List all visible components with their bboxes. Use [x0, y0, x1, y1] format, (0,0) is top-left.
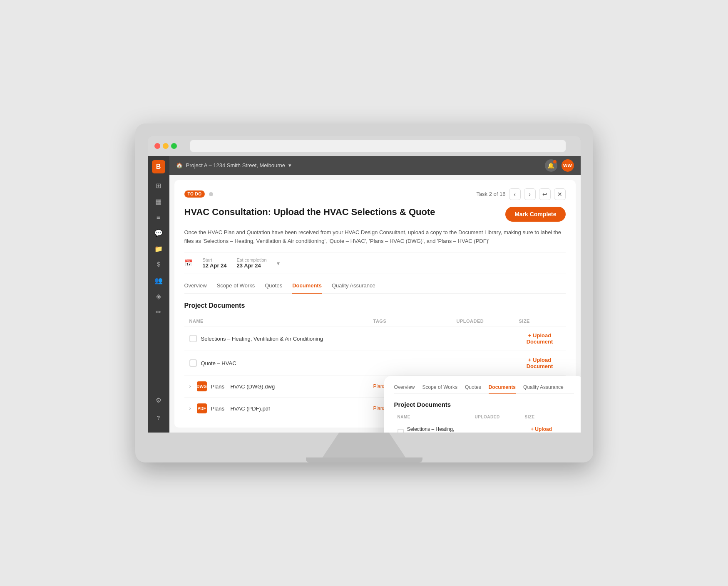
sidebar-item-layers[interactable]: ◈	[151, 289, 166, 304]
start-value: 12 Apr 24	[203, 262, 227, 269]
zoomed-section-title: Project Documents	[394, 401, 574, 408]
calendar-icon: ▦	[155, 198, 162, 205]
status-dot	[209, 192, 213, 196]
doc-checkbox[interactable]	[189, 335, 197, 342]
browser-body: B ⊞ ▦ ≡ 💬 📁	[148, 156, 581, 433]
sidebar-nav: ⊞ ▦ ≡ 💬 📁 ＄	[148, 178, 169, 391]
dollar-icon: ＄	[155, 260, 162, 269]
minimize-button[interactable]	[163, 143, 169, 149]
mark-complete-button[interactable]: Mark Complete	[505, 207, 565, 222]
sidebar-bottom: ⚙ ?	[151, 393, 166, 428]
zoomed-tab-scope-of-works[interactable]: Scope of Works	[422, 384, 457, 394]
sidebar-item-help[interactable]: ?	[151, 410, 166, 425]
notification-button[interactable]: 🔔	[545, 159, 557, 172]
sidebar-item-grid[interactable]: ⊞	[151, 178, 166, 193]
list-icon: ≡	[157, 214, 160, 221]
folder-icon: 📁	[154, 245, 163, 253]
task-header-row: TO DO Task 2 of 16 ‹ › ↩ ✕	[184, 188, 566, 200]
topbar-right: 🔔 WW	[545, 159, 574, 172]
prev-task-button[interactable]: ‹	[509, 188, 521, 200]
sidebar-item-list[interactable]: ≡	[151, 210, 166, 225]
expand-dates-button[interactable]: ▾	[277, 260, 280, 267]
task-title: HVAC Consultation: Upload the HVAC Selec…	[184, 207, 435, 218]
monitor-stand	[323, 433, 406, 457]
sidebar-item-calendar[interactable]: ▦	[151, 194, 166, 209]
completion-value: 23 Apr 24	[237, 262, 267, 269]
col-name: NAME	[189, 319, 373, 324]
calendar-icon: 📅	[184, 259, 193, 267]
sidebar-item-chat[interactable]: 💬	[151, 226, 166, 241]
task-panel: TO DO Task 2 of 16 ‹ › ↩ ✕ HVA	[174, 180, 576, 428]
sidebar-item-dollar[interactable]: ＄	[151, 257, 166, 272]
maximize-button[interactable]	[171, 143, 177, 149]
sidebar-item-tool[interactable]: ✏	[151, 305, 166, 320]
address-bar[interactable]	[190, 140, 566, 152]
sidebar-item-folder[interactable]: 📁	[151, 242, 166, 257]
monitor-wrapper: B ⊞ ▦ ≡ 💬 📁	[135, 124, 593, 463]
expand-row-icon[interactable]: ›	[189, 383, 191, 389]
expand-row-icon[interactable]: ›	[189, 406, 191, 411]
doc-name: Selections – Heating, Ventilation & Air …	[189, 335, 373, 342]
topbar: 🏠 Project A – 1234 Smith Street, Melbour…	[169, 156, 581, 175]
file-icon: PDF	[197, 403, 207, 413]
zoomed-doc-row: Selections – Heating, Ventilation + Uplo…	[394, 421, 574, 433]
chat-icon: 💬	[154, 229, 163, 237]
browser-chrome: B ⊞ ▦ ≡ 💬 📁	[148, 136, 581, 433]
close-button[interactable]	[154, 143, 160, 149]
upload-document-button[interactable]: + Upload Document	[519, 332, 561, 345]
next-task-button[interactable]: ›	[524, 188, 536, 200]
tab-scope-of-works[interactable]: Scope of Works	[217, 282, 255, 294]
doc-filename: Selections – Heating, Ventilation & Air …	[201, 336, 323, 342]
doc-table-header: NAME TAGS UPLOADED SIZE	[184, 316, 566, 326]
upload-document-button[interactable]: + Upload Document	[519, 357, 561, 369]
user-avatar[interactable]: WW	[562, 159, 574, 172]
home-icon: 🏠	[176, 162, 183, 168]
topbar-left: 🏠 Project A – 1234 Smith Street, Melbour…	[176, 162, 291, 168]
zoomed-tab-documents[interactable]: Documents	[489, 384, 516, 394]
tab-overview[interactable]: Overview	[184, 282, 207, 294]
task-header-left: TO DO	[184, 190, 214, 198]
zoomed-upload-button[interactable]: + Upload Document	[525, 426, 558, 433]
browser-titlebar	[148, 136, 581, 156]
zoomed-tab-overview[interactable]: Overview	[394, 384, 415, 394]
tab-quality-assurance[interactable]: Quality Assurance	[332, 282, 375, 294]
zcol-uploaded: UPLOADED	[475, 415, 525, 419]
doc-filename: Plans – HVAC (PDF).pdf	[211, 406, 270, 412]
tabs: Overview Scope of Works Quotes Documents…	[184, 282, 566, 294]
table-row: Quote – HVAC + Upload Document	[184, 351, 566, 375]
return-button[interactable]: ↩	[539, 188, 551, 200]
todo-badge: TO DO	[184, 190, 205, 198]
project-name: Project A – 1234 Smith Street, Melbourne	[186, 162, 285, 168]
sidebar-logo[interactable]: B	[152, 160, 165, 173]
col-tags: TAGS	[373, 319, 457, 324]
zcol-actions	[558, 415, 571, 419]
start-label: Start	[203, 257, 227, 262]
chevron-down-icon[interactable]: ▾	[288, 162, 291, 168]
doc-name: › PDF Plans – HVAC (PDF).pdf	[189, 403, 373, 413]
main-area: 🏠 Project A – 1234 Smith Street, Melbour…	[169, 156, 581, 433]
tab-quotes[interactable]: Quotes	[265, 282, 282, 294]
section-title: Project Documents	[184, 302, 566, 309]
doc-name: › DWG Plans – HVAC (DWG).dwg	[189, 381, 373, 391]
notification-dot	[553, 160, 557, 163]
doc-name: Quote – HVAC	[189, 359, 373, 367]
zoomed-tab-quotes[interactable]: Quotes	[465, 384, 481, 394]
sidebar-item-people[interactable]: 👥	[151, 273, 166, 288]
task-description: Once the HVAC Plan and Quotation have be…	[184, 228, 566, 246]
help-icon: ?	[157, 415, 160, 421]
tab-documents[interactable]: Documents	[292, 282, 322, 294]
grid-icon: ⊞	[156, 182, 161, 190]
zoomed-doc-checkbox[interactable]	[398, 429, 404, 433]
doc-filename: Quote – HVAC	[201, 360, 236, 366]
task-title-row: HVAC Consultation: Upload the HVAC Selec…	[184, 207, 566, 223]
sidebar-item-settings[interactable]: ⚙	[151, 393, 166, 408]
zoomed-tab-quality-assurance[interactable]: Quality Assurance	[523, 384, 564, 394]
close-task-button[interactable]: ✕	[554, 188, 566, 200]
task-dates: 📅 Start 12 Apr 24 Est completion 23 Apr …	[184, 252, 566, 274]
doc-checkbox[interactable]	[189, 359, 197, 367]
start-date-group: Start 12 Apr 24	[203, 257, 227, 269]
zcol-size: SIZE	[525, 415, 558, 419]
zoomed-tabs: Overview Scope of Works Quotes Documents…	[394, 384, 574, 394]
zcol-name: NAME	[398, 415, 475, 419]
doc-filename: Plans – HVAC (DWG).dwg	[211, 383, 275, 390]
